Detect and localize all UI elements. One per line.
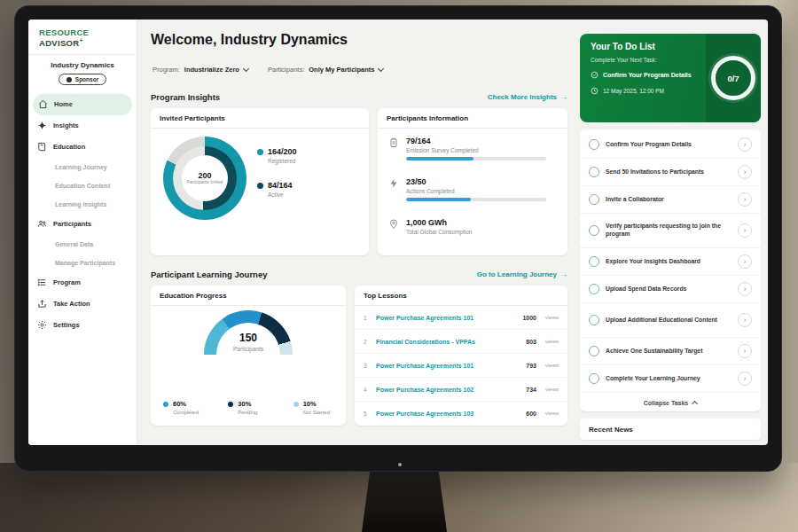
task-checkbox[interactable] (589, 194, 599, 205)
chevron-right-icon[interactable]: › (738, 192, 752, 207)
sponsor-icon (66, 77, 72, 82)
task-checkbox[interactable] (589, 284, 599, 294)
participants-dropdown[interactable]: Participants: Only My Participants (268, 66, 383, 74)
lesson-rank: 3 (364, 363, 370, 369)
collapse-tasks-button[interactable]: Collapse Tasks (580, 393, 761, 412)
legend-label: Not Started (303, 410, 346, 415)
lesson-link[interactable]: Power Purchase Agreements 101 (376, 363, 520, 369)
task-row[interactable]: Send 50 Invitations to Participants › (580, 159, 761, 186)
todo-due: 12 May 2025, 12:00 PM (591, 87, 664, 95)
progress-fill (406, 198, 471, 201)
task-row[interactable]: Complete Your Learning Journey › (580, 365, 761, 393)
sponsor-badge-label: Sponsor (75, 76, 98, 82)
sidebar-item-learning-insights[interactable]: Learning Insights (28, 195, 137, 214)
legend-active: 84/164 Active (257, 181, 293, 198)
sidebar-item-label: General Data (55, 241, 93, 247)
views-suffix: views (545, 387, 559, 392)
task-row[interactable]: Upload Spend Data Records › (580, 276, 761, 303)
page-title: Welcome, Industry Dynamics (151, 32, 348, 48)
lesson-link[interactable]: Power Purchase Agreements 102 (376, 387, 520, 393)
task-row[interactable]: Confirm Your Program Details › (580, 131, 761, 159)
task-label: Invite a Collaborator (606, 196, 732, 204)
lesson-views: 734 (526, 387, 536, 393)
lesson-rank: 5 (364, 411, 370, 417)
take-action-icon (37, 299, 47, 309)
sidebar-item-take-action[interactable]: Take Action (28, 293, 137, 315)
chevron-right-icon[interactable]: › (738, 254, 752, 269)
chevron-right-icon[interactable]: › (738, 372, 752, 386)
monitor-bezel: RESOURCE ADVISOR+ Industry Dynamics Spon… (14, 5, 782, 472)
brand-resource: RESOURCE (39, 27, 89, 37)
legend-value: 60% (173, 400, 186, 408)
task-row[interactable]: Upload Additional Educational Content › (580, 303, 761, 338)
go-to-learning-journey-link[interactable]: Go to Learning Journey → (477, 270, 567, 278)
sidebar-item-label: Program (53, 278, 81, 286)
sidebar-item-participants[interactable]: Participants (28, 214, 137, 235)
program-dropdown[interactable]: Program: Industrialize Zero (153, 66, 248, 74)
legend-pending: 30% Pending (215, 400, 280, 415)
sidebar-item-education-content[interactable]: Education Content (28, 176, 137, 195)
sidebar-item-settings[interactable]: Settings (28, 315, 137, 336)
lesson-link[interactable]: Power Purchase Agreements 101 (376, 315, 516, 321)
recent-news-bar[interactable]: Recent News (580, 419, 761, 440)
home-icon (38, 99, 48, 109)
legend-dot (257, 149, 263, 155)
arrow-right-icon: → (560, 93, 567, 101)
chevron-right-icon[interactable]: › (738, 344, 752, 358)
chevron-right-icon[interactable]: › (738, 223, 752, 238)
arrow-right-icon: → (560, 270, 567, 278)
chevron-right-icon[interactable]: › (738, 313, 752, 327)
lesson-views: 793 (526, 363, 536, 369)
lesson-link[interactable]: Financial Considerations - VPPAs (376, 339, 520, 345)
todo-task-list: Confirm Your Program Details › Send 50 I… (580, 129, 761, 411)
task-checkbox[interactable] (589, 373, 599, 384)
gauge-center-value: 150 (151, 332, 346, 344)
sidebar-item-manage-participants[interactable]: Manage Participants (28, 254, 137, 272)
participants-icon (37, 219, 47, 229)
task-checkbox[interactable] (589, 139, 599, 150)
task-label: Explore Your Insights Dashboard (606, 258, 732, 266)
sidebar-item-program[interactable]: Program (28, 272, 137, 293)
todo-summary-card: Your To Do List Complete Your Next Task:… (580, 34, 761, 122)
sidebar-item-label: Learning Insights (55, 201, 106, 207)
info-row-actions: 23/50 Actions Completed (388, 177, 557, 201)
metric-value: 1,000 GWh (406, 218, 472, 227)
lesson-link[interactable]: Power Purchase Agreements 103 (376, 411, 520, 417)
settings-gear-icon (37, 320, 47, 330)
check-more-insights-link[interactable]: Check More Insights → (488, 93, 567, 101)
actions-lightning-icon (388, 178, 399, 189)
actions-progress-bar (406, 198, 546, 201)
chevron-right-icon[interactable]: › (738, 137, 752, 152)
legend-value: 164/200 (268, 147, 297, 156)
task-row[interactable]: Invite a Collaborator › (580, 186, 761, 214)
participants-value: Only My Participants (309, 66, 374, 74)
card-title: Top Lessons (355, 286, 567, 306)
chevron-right-icon[interactable]: › (738, 282, 752, 296)
sidebar-item-insights[interactable]: Insights (28, 115, 137, 137)
legend-registered: 164/200 Registered (257, 147, 297, 164)
section-title: Program Insights (151, 92, 220, 102)
sidebar-item-label: Participants (53, 220, 91, 228)
link-label: Check More Insights (488, 93, 557, 101)
task-checkbox[interactable] (589, 346, 599, 356)
card-title: Participants Information (378, 108, 567, 129)
lesson-views: 1000 (522, 315, 536, 321)
sidebar-item-education[interactable]: Education (28, 137, 137, 158)
task-checkbox[interactable] (589, 225, 599, 236)
task-checkbox[interactable] (589, 256, 599, 267)
clock-icon (591, 87, 598, 95)
legend-value: 84/164 (268, 181, 293, 190)
task-checkbox[interactable] (589, 315, 599, 325)
task-checkbox[interactable] (589, 167, 599, 177)
sidebar-item-learning-journey[interactable]: Learning Journey (28, 158, 137, 176)
todo-next-task[interactable]: Confirm Your Program Details (591, 71, 692, 79)
donut-center: 200 Participants Invited (182, 155, 228, 201)
task-row[interactable]: Achieve One Sustainability Target › (580, 338, 761, 365)
chevron-down-icon (378, 66, 384, 72)
legend-label: Completed (173, 410, 215, 415)
task-row[interactable]: Explore Your Insights Dashboard › (580, 248, 761, 276)
task-row[interactable]: Verify participants requesting to join t… (580, 214, 761, 248)
sidebar-item-home[interactable]: Home (33, 94, 132, 115)
sidebar-item-general-data[interactable]: General Data (28, 235, 137, 254)
chevron-right-icon[interactable]: › (738, 165, 752, 179)
